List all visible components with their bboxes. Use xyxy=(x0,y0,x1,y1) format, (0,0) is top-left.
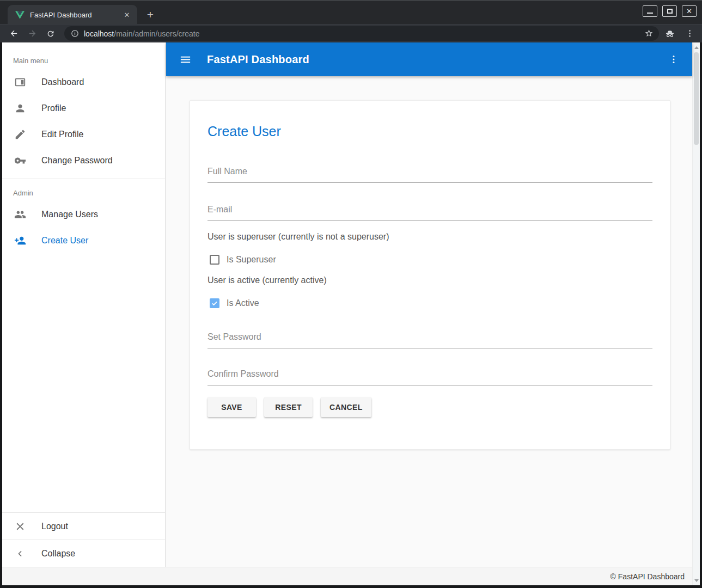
url-path: /main/admin/users/create xyxy=(114,29,199,38)
browser-titlebar: FastAPI Dashboard ✕ + ✕ xyxy=(0,0,702,24)
page-title: Create User xyxy=(207,101,652,139)
is-active-checkbox-row[interactable]: Is Active xyxy=(207,298,652,308)
browser-tab[interactable]: FastAPI Dashboard ✕ xyxy=(8,5,137,25)
browser-menu-icon[interactable] xyxy=(685,29,694,38)
scrollbar-thumb[interactable] xyxy=(694,52,699,145)
appbar: FastAPI Dashboard xyxy=(166,42,692,76)
reset-button[interactable]: RESET xyxy=(264,397,313,417)
full-name-input[interactable] xyxy=(207,167,652,183)
sidebar: Main menu Dashboard Profile Edit Profile… xyxy=(2,42,166,567)
main-area: FastAPI Dashboard Create User User is su… xyxy=(166,42,692,567)
forward-icon[interactable] xyxy=(25,27,39,41)
checkbox-checked-icon[interactable] xyxy=(210,298,219,308)
is-superuser-checkbox-row[interactable]: Is Superuser xyxy=(207,255,652,265)
scroll-up-icon[interactable] xyxy=(693,44,700,51)
pencil-icon xyxy=(14,128,27,140)
sidebar-item-label: Profile xyxy=(41,103,66,113)
sidebar-section-admin: Admin xyxy=(2,179,165,201)
sidebar-item-label: Collapse xyxy=(41,549,75,559)
appbar-menu-icon[interactable] xyxy=(668,54,679,65)
email-input[interactable] xyxy=(207,205,652,221)
dashboard-icon xyxy=(14,76,27,88)
confirm-password-input[interactable] xyxy=(207,369,652,385)
sidebar-item-create-user[interactable]: Create User xyxy=(2,228,165,254)
incognito-icon xyxy=(664,28,675,39)
set-password-field-wrap xyxy=(207,332,652,348)
chevron-left-icon xyxy=(14,548,27,559)
person-icon xyxy=(14,102,27,114)
cancel-button[interactable]: CANCEL xyxy=(321,397,371,417)
appbar-title: FastAPI Dashboard xyxy=(207,53,309,66)
site-info-icon[interactable] xyxy=(71,29,79,38)
sidebar-item-edit-profile[interactable]: Edit Profile xyxy=(2,121,165,148)
sidebar-item-profile[interactable]: Profile xyxy=(2,95,165,121)
vertical-scrollbar[interactable] xyxy=(692,42,700,585)
key-icon xyxy=(14,155,27,167)
window-close-icon[interactable]: ✕ xyxy=(682,5,697,17)
close-x-icon xyxy=(14,520,27,532)
sidebar-item-label: Logout xyxy=(41,522,68,531)
active-hint: User is active (currently active) xyxy=(207,275,652,285)
email-field-wrap xyxy=(207,205,652,221)
sidebar-item-dashboard[interactable]: Dashboard xyxy=(2,69,165,95)
create-user-card: Create User User is superuser (currently… xyxy=(190,100,670,450)
save-button[interactable]: SAVE xyxy=(207,397,256,417)
tab-title: FastAPI Dashboard xyxy=(30,11,122,19)
superuser-hint: User is superuser (currently is not a su… xyxy=(207,232,652,242)
sidebar-item-label: Edit Profile xyxy=(41,130,83,139)
reload-icon[interactable] xyxy=(44,27,58,41)
window-minimize-icon[interactable] xyxy=(643,5,657,17)
browser-toolbar: localhost/main/admin/users/create xyxy=(0,24,702,42)
copyright-text: © FastAPI Dashboard xyxy=(611,572,685,581)
vue-logo-icon xyxy=(15,10,25,20)
sidebar-section-main-menu: Main menu xyxy=(2,42,165,69)
is-active-label: Is Active xyxy=(227,298,259,308)
person-add-icon xyxy=(14,235,27,247)
sidebar-item-label: Manage Users xyxy=(41,210,98,219)
url-host: localhost xyxy=(84,29,114,38)
full-name-field-wrap xyxy=(207,167,652,183)
set-password-input[interactable] xyxy=(207,332,652,348)
page-footer: © FastAPI Dashboard xyxy=(2,567,692,585)
sidebar-item-logout[interactable]: Logout xyxy=(2,513,165,540)
url-text: localhost/main/admin/users/create xyxy=(84,29,644,38)
sidebar-item-label: Create User xyxy=(41,236,88,246)
sidebar-item-manage-users[interactable]: Manage Users xyxy=(2,201,165,228)
bookmark-star-icon[interactable] xyxy=(644,29,654,38)
back-icon[interactable] xyxy=(7,27,21,41)
sidebar-item-collapse[interactable]: Collapse xyxy=(2,540,165,567)
sidebar-item-change-password[interactable]: Change Password xyxy=(2,148,165,174)
new-tab-icon[interactable]: + xyxy=(143,7,158,22)
people-icon xyxy=(14,209,27,220)
sidebar-item-label: Dashboard xyxy=(41,77,84,87)
hamburger-menu-icon[interactable] xyxy=(179,53,192,66)
form-actions: SAVE RESET CANCEL xyxy=(207,397,652,417)
scroll-down-icon[interactable] xyxy=(693,577,700,584)
window-maximize-icon[interactable] xyxy=(662,5,677,17)
address-bar[interactable]: localhost/main/admin/users/create xyxy=(64,26,659,41)
page-viewport: Main menu Dashboard Profile Edit Profile… xyxy=(2,42,700,585)
tab-close-icon[interactable]: ✕ xyxy=(122,10,132,20)
confirm-password-field-wrap xyxy=(207,369,652,385)
sidebar-item-label: Change Password xyxy=(41,156,113,166)
checkbox-unchecked-icon[interactable] xyxy=(210,255,219,265)
is-superuser-label: Is Superuser xyxy=(227,255,276,265)
